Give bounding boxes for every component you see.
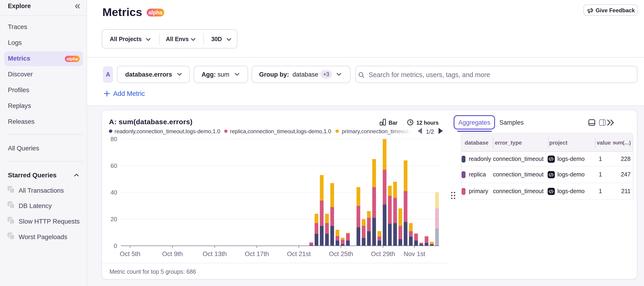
svg-text:Oct 17th: Oct 17th [245,250,269,257]
svg-text:Oct 5th: Oct 5th [120,250,140,257]
svg-text:0: 0 [114,242,117,249]
svg-text:60: 60 [110,162,117,169]
svg-text:Oct 29th: Oct 29th [371,250,395,257]
svg-text:Oct 9th: Oct 9th [162,250,183,257]
svg-text:20: 20 [110,216,117,223]
svg-text:80: 80 [110,135,117,142]
svg-text:Nov 1st: Nov 1st [404,250,425,257]
svg-text:Oct 25th: Oct 25th [329,250,353,257]
svg-text:Oct 13th: Oct 13th [203,250,227,257]
svg-text:40: 40 [110,189,117,196]
svg-text:Oct 21st: Oct 21st [287,250,311,257]
